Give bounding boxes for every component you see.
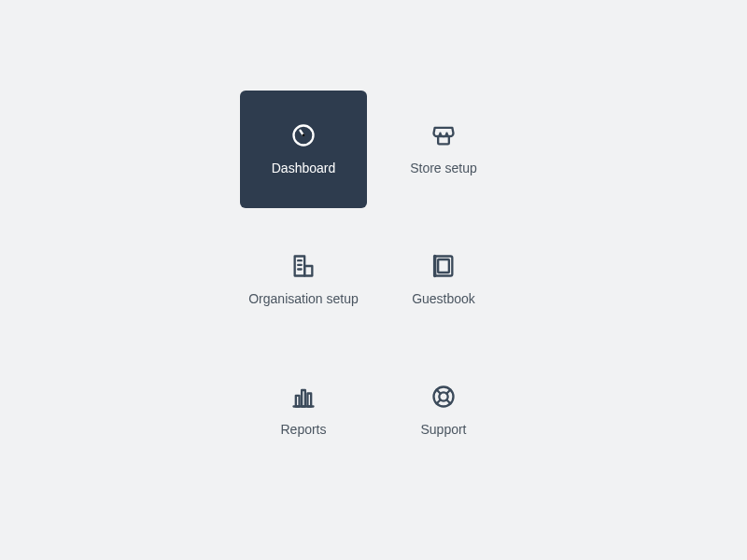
menu-tile-support[interactable]: Support: [380, 352, 507, 469]
building-icon: [289, 252, 317, 280]
svg-rect-13: [296, 396, 300, 407]
svg-rect-10: [438, 259, 449, 273]
menu-tile-label: Guestbook: [412, 291, 475, 308]
gauge-icon: [289, 121, 317, 149]
store-icon: [430, 121, 458, 149]
menu-tile-label: Dashboard: [272, 161, 336, 177]
bar-chart-icon: [289, 383, 317, 411]
svg-point-2: [303, 134, 305, 137]
menu-tile-label: Support: [420, 422, 466, 439]
svg-rect-3: [438, 136, 449, 144]
svg-line-21: [446, 400, 450, 404]
menu-tile-label: Organisation setup: [248, 291, 359, 308]
svg-line-20: [437, 400, 441, 404]
menu-grid: Dashboard Store setup Organisation setup: [240, 91, 507, 469]
svg-line-18: [437, 390, 441, 394]
menu-tile-organisation-setup[interactable]: Organisation setup: [240, 221, 367, 339]
menu-tile-reports[interactable]: Reports: [240, 352, 367, 469]
svg-rect-5: [304, 266, 312, 276]
svg-rect-15: [307, 394, 311, 407]
menu-tile-dashboard[interactable]: Dashboard: [240, 91, 367, 208]
lifebuoy-icon: [430, 383, 458, 411]
book-icon: [430, 252, 458, 280]
menu-tile-label: Reports: [280, 422, 326, 439]
svg-rect-14: [302, 390, 305, 407]
svg-line-19: [446, 390, 450, 394]
menu-tile-store-setup[interactable]: Store setup: [380, 91, 507, 208]
menu-tile-label: Store setup: [410, 161, 477, 177]
menu-tile-guestbook[interactable]: Guestbook: [380, 221, 507, 339]
